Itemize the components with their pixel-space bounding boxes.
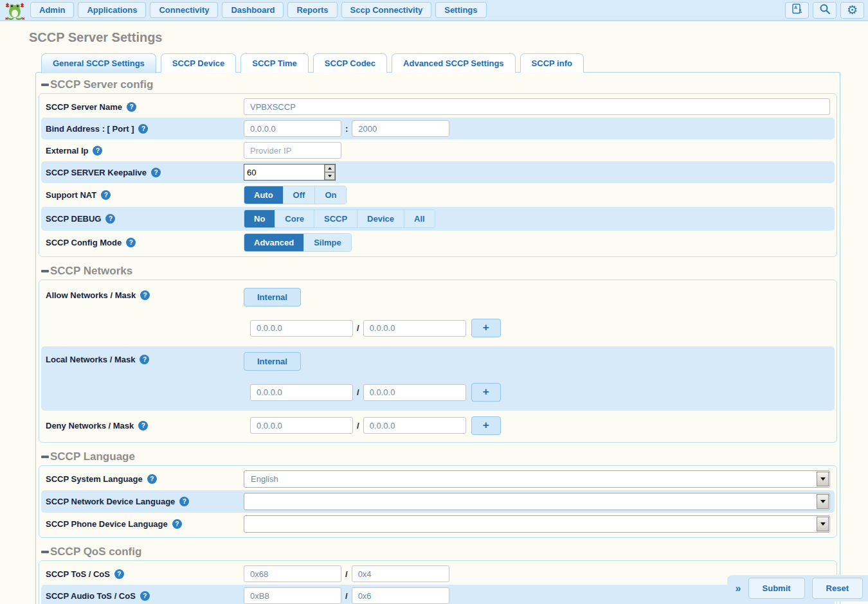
field-label-text: SCCP Server Name [46, 102, 122, 112]
nav-item-admin[interactable]: Admin [30, 2, 74, 18]
debug-device-button[interactable]: Device [357, 210, 404, 227]
keepalive-value-input[interactable] [244, 164, 324, 180]
fieldset-networks: Allow Networks / Mask ? Internal / + Loc… [39, 280, 837, 443]
section-title: SCCP Networks [50, 265, 132, 278]
collapse-icon[interactable] [41, 551, 49, 553]
nat-off-button[interactable]: Off [284, 186, 316, 204]
deny-add-button[interactable]: + [471, 416, 501, 435]
field-label-text: SCCP DEBUG [46, 214, 101, 224]
system-language-select[interactable]: English [244, 470, 830, 488]
deny-network-input[interactable] [250, 417, 353, 434]
allow-mask-input[interactable] [363, 320, 466, 337]
help-icon[interactable]: ? [101, 190, 111, 200]
allow-network-input[interactable] [250, 320, 353, 337]
collapse-icon[interactable] [41, 270, 49, 272]
help-icon[interactable]: ? [138, 421, 148, 431]
collapse-chevron-icon[interactable]: » [736, 583, 741, 594]
mode-advanced-button[interactable]: Advanced [244, 234, 304, 251]
row-network-device-language: SCCP Network Device Language ? [41, 490, 835, 513]
tab-sccp-device[interactable]: SCCP Device [161, 53, 236, 73]
field-label: SCCP DEBUG ? [46, 214, 244, 224]
row-sccp-server-name: SCCP Server Name ? [41, 96, 835, 118]
local-mask-input[interactable] [363, 384, 466, 401]
spinner-up-button[interactable] [325, 164, 335, 172]
tab-sccp-info[interactable]: SCCP info [520, 53, 584, 73]
nav-item-dashboard[interactable]: Dashboard [222, 2, 284, 18]
section-title: SCCP Server config [50, 78, 153, 91]
frog-logo-icon[interactable] [3, 1, 26, 20]
debug-core-button[interactable]: Core [275, 210, 314, 227]
spinner-down-button[interactable] [325, 172, 335, 180]
language-translate-button[interactable]: A [785, 2, 809, 19]
help-icon[interactable]: ? [114, 569, 124, 579]
bind-port-input[interactable] [352, 120, 449, 137]
debug-no-button[interactable]: No [244, 210, 275, 227]
dropdown-button[interactable] [817, 472, 829, 486]
help-icon[interactable]: ? [140, 591, 150, 601]
help-icon[interactable]: ? [151, 168, 161, 177]
help-icon[interactable]: ? [172, 519, 182, 529]
nav-item-sccp-connectivity[interactable]: Sccp Connectivity [341, 2, 432, 18]
local-add-button[interactable]: + [471, 383, 501, 402]
nat-on-button[interactable]: On [315, 186, 346, 204]
external-ip-input[interactable] [244, 142, 341, 159]
dropdown-button[interactable] [817, 517, 829, 531]
field-label-text: External Ip [46, 146, 88, 155]
field-label: Local Networks / Mask ? [46, 349, 244, 364]
help-icon[interactable]: ? [105, 214, 115, 224]
settings-tabs: General SCCP Settings SCCP Device SCCP T… [41, 53, 868, 73]
tab-sccp-time[interactable]: SCCP Time [240, 53, 309, 73]
audio-tos-input[interactable] [244, 587, 341, 604]
sccp-cos-input[interactable] [352, 565, 449, 582]
field-label-text: SCCP Network Device Language [46, 497, 175, 506]
local-network-input[interactable] [250, 384, 353, 401]
search-button[interactable] [813, 2, 836, 19]
allow-add-button[interactable]: + [471, 319, 501, 337]
help-icon[interactable]: ? [179, 497, 189, 506]
nav-item-reports[interactable]: Reports [287, 2, 337, 18]
phone-device-language-select[interactable] [244, 515, 830, 533]
language-icon: A [791, 3, 803, 17]
nat-auto-button[interactable]: Auto [244, 186, 284, 204]
bind-address-input[interactable] [244, 120, 341, 137]
separator: / [357, 421, 359, 431]
dropdown-button[interactable] [817, 494, 829, 509]
chevron-down-icon [820, 522, 826, 526]
help-icon[interactable]: ? [127, 102, 136, 112]
nav-item-connectivity[interactable]: Connectivity [150, 2, 218, 18]
local-internal-button[interactable]: Internal [244, 352, 301, 371]
separator: / [345, 591, 348, 601]
submit-button[interactable]: Submit [748, 578, 805, 599]
field-label-text: SCCP System Language [46, 474, 143, 484]
allow-internal-button[interactable]: Internal [244, 288, 301, 306]
deny-mask-input[interactable] [363, 417, 466, 434]
plus-icon: + [483, 386, 489, 398]
tab-general-sccp-settings[interactable]: General SCCP Settings [41, 53, 156, 73]
nav-item-settings[interactable]: Settings [435, 2, 486, 18]
help-icon[interactable]: ? [140, 355, 149, 364]
field-label: Bind Address : [ Port ] ? [46, 124, 244, 134]
collapse-icon[interactable] [41, 456, 49, 458]
help-icon[interactable]: ? [147, 474, 157, 484]
chevron-down-icon [820, 477, 826, 481]
help-icon[interactable]: ? [140, 290, 150, 300]
debug-sccp-button[interactable]: SCCP [314, 210, 357, 227]
help-icon[interactable]: ? [93, 146, 102, 155]
nav-item-applications[interactable]: Applications [78, 2, 146, 18]
help-icon[interactable]: ? [126, 238, 136, 247]
field-label-text: SCCP Phone Device Language [46, 519, 168, 529]
tab-sccp-codec[interactable]: SCCP Codec [313, 53, 387, 73]
tab-advanced-sccp-settings[interactable]: Advanced SCCP Settings [392, 53, 516, 73]
settings-gear-button[interactable]: ⚙ [840, 2, 864, 19]
help-icon[interactable]: ? [138, 124, 148, 134]
debug-all-button[interactable]: All [404, 210, 435, 227]
mode-silmpe-button[interactable]: Silmpe [304, 234, 351, 251]
sccp-tos-input[interactable] [244, 565, 341, 582]
row-sccp-debug: SCCP DEBUG ? No Core SCCP Device All [41, 207, 835, 231]
audio-cos-input[interactable] [352, 587, 449, 604]
network-device-language-select[interactable] [244, 493, 830, 510]
reset-button[interactable]: Reset [812, 578, 863, 599]
collapse-icon[interactable] [41, 84, 49, 86]
field-label: Support NAT ? [46, 190, 244, 200]
sccp-server-name-input[interactable] [244, 98, 830, 115]
